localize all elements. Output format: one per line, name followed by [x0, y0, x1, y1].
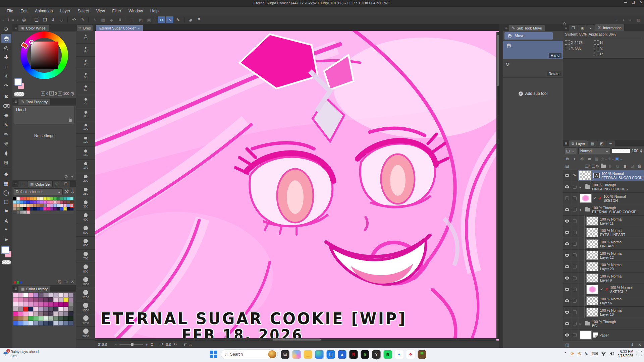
- layer-visibility-cell[interactable]: [563, 204, 571, 215]
- history-swatch[interactable]: [68, 297, 73, 302]
- tab-color-history[interactable]: ▦Color History: [18, 286, 50, 292]
- color-swatch[interactable]: [47, 204, 50, 207]
- color-swatch[interactable]: [50, 210, 53, 214]
- layer-row[interactable]: ▾100 % ThroughETERNAL SUGAR COOKIE: [563, 204, 644, 216]
- reselect-icon[interactable]: ▩: [99, 16, 107, 23]
- history-swatch[interactable]: [48, 311, 53, 316]
- color-swatch[interactable]: [16, 210, 20, 214]
- color-swatch[interactable]: [37, 207, 40, 210]
- history-swatch[interactable]: [53, 297, 58, 302]
- color-swatch[interactable]: [30, 200, 33, 204]
- history-swatch[interactable]: [23, 302, 28, 307]
- copy-swatch-icon[interactable]: ⎘: [58, 280, 61, 284]
- clip-studio-icon[interactable]: ❖: [407, 350, 415, 359]
- menu-select[interactable]: Select: [74, 7, 92, 15]
- history-swatch[interactable]: [58, 293, 63, 297]
- history-swatch[interactable]: [63, 297, 68, 302]
- color-swatch[interactable]: [50, 207, 53, 210]
- file-explorer-icon[interactable]: ▁: [304, 350, 312, 359]
- rotate-right-icon[interactable]: ↻: [174, 342, 177, 347]
- color-swatch[interactable]: [60, 204, 63, 207]
- color-swatch[interactable]: [47, 210, 50, 214]
- brush-size-item[interactable]: 150: [76, 147, 95, 160]
- history-swatch[interactable]: [68, 293, 73, 297]
- color-swatch[interactable]: [57, 197, 60, 200]
- color-swatch[interactable]: [16, 207, 20, 210]
- layer-main[interactable]: ✓✗100 % NormalSKETCH: [578, 193, 644, 204]
- brush-size-item[interactable]: 50: [76, 69, 95, 82]
- figure-grid-tool[interactable]: ⊞: [1, 158, 11, 167]
- color-swatch[interactable]: [26, 197, 30, 200]
- history-swatch[interactable]: [43, 297, 48, 302]
- tab-navigator[interactable]: ❐: [569, 25, 578, 31]
- brush-size-item[interactable]: 1000: [76, 275, 95, 288]
- brush-size-item[interactable]: 1700: [76, 314, 95, 327]
- wrench-icon[interactable]: ⚒: [64, 188, 69, 195]
- color-swatch[interactable]: [16, 204, 20, 207]
- val-value[interactable]: 100: [63, 92, 69, 96]
- color-swatch[interactable]: [13, 200, 16, 204]
- brush-size-item[interactable]: 100: [76, 121, 95, 134]
- color-swatch[interactable]: [70, 200, 73, 204]
- history-swatch[interactable]: [28, 297, 33, 302]
- reset-view-icon[interactable]: ⌂: [190, 343, 192, 347]
- history-swatch[interactable]: [63, 311, 68, 316]
- eraser-tool[interactable]: ⌫: [1, 102, 11, 111]
- layer-visibility-cell[interactable]: [563, 329, 571, 341]
- history-swatch[interactable]: [38, 316, 43, 321]
- main-color-swatch[interactable]: [14, 78, 22, 86]
- brush-size-item[interactable]: 300: [76, 198, 95, 211]
- layer-check-cell[interactable]: [571, 250, 578, 261]
- update-icon[interactable]: ⟲: [578, 351, 581, 356]
- color-swatch[interactable]: [67, 210, 70, 214]
- menu-filter[interactable]: Filter: [109, 7, 125, 15]
- color-swatch[interactable]: [53, 210, 57, 214]
- pen-tool[interactable]: ✎: [1, 120, 11, 129]
- color-swatch[interactable]: [20, 210, 23, 214]
- color-swatch[interactable]: [40, 210, 43, 214]
- layer-visibility-cell[interactable]: [563, 307, 571, 318]
- color-swatch[interactable]: [53, 200, 57, 204]
- color-swatch[interactable]: [30, 197, 33, 200]
- palette-color-icon[interactable]: ▣⌄: [616, 156, 622, 162]
- paint-app-icon[interactable]: ●: [395, 350, 404, 359]
- history-swatch[interactable]: [18, 297, 23, 302]
- layer-main[interactable]: ✓✗100 % NormalSKETCH 2: [578, 284, 644, 295]
- csp-logo-icon[interactable]: ◎: [20, 16, 28, 23]
- subtool-group-move[interactable]: Move: [504, 32, 553, 40]
- layer-visibility-cell[interactable]: [563, 295, 571, 306]
- folder-caret-icon[interactable]: ▸: [580, 322, 583, 325]
- tab-approx-color[interactable]: ❐: [61, 181, 70, 187]
- new-raster-layer-icon[interactable]: ❏+: [585, 164, 591, 169]
- merge-down-icon[interactable]: ⧉: [614, 164, 621, 169]
- spotify-icon[interactable]: ≋: [384, 350, 392, 359]
- color-swatch[interactable]: [37, 204, 40, 207]
- decoration-tool[interactable]: ❈: [1, 139, 11, 148]
- color-swatch[interactable]: [16, 197, 20, 200]
- layer-main[interactable]: 100 % NormalLINEART: [578, 238, 644, 249]
- dock-arrow-icon[interactable]: »: [628, 18, 632, 22]
- history-swatch[interactable]: [48, 297, 53, 302]
- zoom-tool[interactable]: ⊙: [1, 24, 11, 34]
- color-swatch[interactable]: [40, 197, 43, 200]
- history-swatch[interactable]: [23, 293, 28, 297]
- history-swatch[interactable]: [58, 311, 63, 316]
- color-swatch[interactable]: [47, 207, 50, 210]
- open-file-icon[interactable]: ❒: [41, 16, 48, 23]
- layer-row[interactable]: 100 % NormalLayer 11: [563, 216, 644, 227]
- history-swatch[interactable]: [28, 307, 33, 311]
- operation-tool[interactable]: ◎: [1, 43, 11, 52]
- vertical-scrollbar[interactable]: [496, 32, 499, 339]
- color-swatch[interactable]: [33, 204, 37, 207]
- color-swatch[interactable]: [63, 200, 67, 204]
- expand-select-icon[interactable]: ◩: [137, 16, 144, 23]
- color-swatch[interactable]: [33, 207, 37, 210]
- history-swatch[interactable]: [13, 302, 18, 307]
- help-balloon-icon[interactable]: ❞: [195, 16, 203, 23]
- notification-center-icon[interactable]: [637, 351, 642, 356]
- layer-row[interactable]: Paper: [563, 329, 644, 341]
- brush-size-item[interactable]: 40: [76, 57, 95, 69]
- brush-size-item[interactable]: 1200: [76, 288, 95, 301]
- sv-square[interactable]: [31, 42, 58, 69]
- color-swatch[interactable]: [63, 197, 67, 200]
